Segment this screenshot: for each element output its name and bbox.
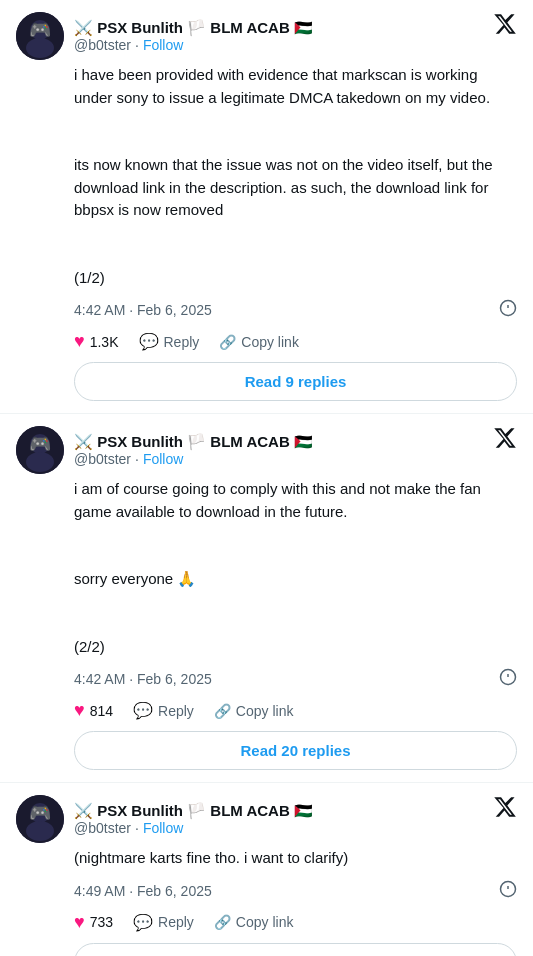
user-info: ⚔️ PSX Bunlith 🏳️ BLM ACAB 🇵🇸@b0tster·Fo…	[74, 19, 313, 53]
reply-action[interactable]: 💬Reply	[133, 701, 194, 720]
svg-text:🎮: 🎮	[29, 433, 52, 455]
reply-action[interactable]: 💬Reply	[139, 332, 200, 351]
tweet-header-left: 🎮 ⚔️ PSX Bunlith 🏳️ BLM ACAB 🇵🇸@b0tster·…	[16, 795, 313, 843]
info-icon[interactable]	[499, 668, 517, 690]
heart-icon: ♥	[74, 700, 85, 721]
tweet-actions: ♥814💬Reply🔗Copy link	[16, 700, 517, 721]
x-logo-icon[interactable]	[493, 795, 517, 819]
username-row: @b0tster·Follow	[74, 451, 313, 467]
link-icon: 🔗	[214, 914, 231, 930]
like-action[interactable]: ♥733	[74, 912, 113, 933]
svg-point-2	[26, 38, 54, 58]
avatar[interactable]: 🎮	[16, 426, 64, 474]
username-row: @b0tster·Follow	[74, 37, 313, 53]
info-icon[interactable]	[499, 299, 517, 321]
read-replies-button[interactable]: Read 1 reply	[74, 943, 517, 957]
display-name: ⚔️ PSX Bunlith 🏳️ BLM ACAB 🇵🇸	[74, 19, 313, 37]
heart-icon: ♥	[74, 331, 85, 352]
tweet-body: i am of course going to comply with this…	[16, 478, 517, 658]
like-count: 1.3K	[90, 334, 119, 350]
tweet-header: 🎮 ⚔️ PSX Bunlith 🏳️ BLM ACAB 🇵🇸@b0tster·…	[16, 12, 517, 60]
reply-icon: 💬	[133, 913, 153, 932]
display-name: ⚔️ PSX Bunlith 🏳️ BLM ACAB 🇵🇸	[74, 802, 313, 820]
svg-point-9	[26, 452, 54, 472]
tweet-2: 🎮 ⚔️ PSX Bunlith 🏳️ BLM ACAB 🇵🇸@b0tster·…	[0, 414, 533, 783]
reply-label: Reply	[158, 703, 194, 719]
tweet-body: (nightmare karts fine tho. i want to cla…	[16, 847, 517, 870]
avatar[interactable]: 🎮	[16, 795, 64, 843]
copy-link-action[interactable]: 🔗Copy link	[214, 914, 294, 930]
read-replies-button[interactable]: Read 9 replies	[74, 362, 517, 401]
tweet-meta: 4:49 AM · Feb 6, 2025	[16, 880, 517, 902]
tweet-actions: ♥733💬Reply🔗Copy link	[16, 912, 517, 933]
copy-link-label: Copy link	[236, 914, 294, 930]
link-icon: 🔗	[219, 334, 236, 350]
copy-link-label: Copy link	[236, 703, 294, 719]
tweet-3: 🎮 ⚔️ PSX Bunlith 🏳️ BLM ACAB 🇵🇸@b0tster·…	[0, 783, 533, 956]
reply-icon: 💬	[133, 701, 153, 720]
dot-separator: ·	[135, 451, 139, 467]
tweet-1: 🎮 ⚔️ PSX Bunlith 🏳️ BLM ACAB 🇵🇸@b0tster·…	[0, 0, 533, 414]
tweet-body: i have been provided with evidence that …	[16, 64, 517, 289]
like-count: 733	[90, 914, 113, 930]
follow-button[interactable]: Follow	[143, 37, 183, 53]
info-icon[interactable]	[499, 880, 517, 902]
avatar[interactable]: 🎮	[16, 12, 64, 60]
dot-separator: ·	[135, 820, 139, 836]
user-info: ⚔️ PSX Bunlith 🏳️ BLM ACAB 🇵🇸@b0tster·Fo…	[74, 802, 313, 836]
reply-label: Reply	[158, 914, 194, 930]
username-row: @b0tster·Follow	[74, 820, 313, 836]
username: @b0tster	[74, 451, 131, 467]
reply-label: Reply	[164, 334, 200, 350]
dot-separator: ·	[135, 37, 139, 53]
copy-link-label: Copy link	[241, 334, 299, 350]
copy-link-action[interactable]: 🔗Copy link	[219, 334, 299, 350]
follow-button[interactable]: Follow	[143, 451, 183, 467]
user-info: ⚔️ PSX Bunlith 🏳️ BLM ACAB 🇵🇸@b0tster·Fo…	[74, 433, 313, 467]
tweet-header-left: 🎮 ⚔️ PSX Bunlith 🏳️ BLM ACAB 🇵🇸@b0tster·…	[16, 426, 313, 474]
like-action[interactable]: ♥1.3K	[74, 331, 119, 352]
tweet-header-left: 🎮 ⚔️ PSX Bunlith 🏳️ BLM ACAB 🇵🇸@b0tster·…	[16, 12, 313, 60]
svg-text:🎮: 🎮	[29, 19, 52, 41]
follow-button[interactable]: Follow	[143, 820, 183, 836]
reply-action[interactable]: 💬Reply	[133, 913, 194, 932]
username: @b0tster	[74, 37, 131, 53]
tweet-timestamp: 4:49 AM · Feb 6, 2025	[74, 883, 212, 899]
x-logo-icon[interactable]	[493, 12, 517, 36]
copy-link-action[interactable]: 🔗Copy link	[214, 703, 294, 719]
tweet-actions: ♥1.3K💬Reply🔗Copy link	[16, 331, 517, 352]
read-replies-button[interactable]: Read 20 replies	[74, 731, 517, 770]
tweet-timestamp: 4:42 AM · Feb 6, 2025	[74, 671, 212, 687]
display-name: ⚔️ PSX Bunlith 🏳️ BLM ACAB 🇵🇸	[74, 433, 313, 451]
x-logo-icon[interactable]	[493, 426, 517, 450]
like-action[interactable]: ♥814	[74, 700, 113, 721]
reply-icon: 💬	[139, 332, 159, 351]
link-icon: 🔗	[214, 703, 231, 719]
like-count: 814	[90, 703, 113, 719]
tweet-header: 🎮 ⚔️ PSX Bunlith 🏳️ BLM ACAB 🇵🇸@b0tster·…	[16, 426, 517, 474]
heart-icon: ♥	[74, 912, 85, 933]
tweet-meta: 4:42 AM · Feb 6, 2025	[16, 668, 517, 690]
tweet-header: 🎮 ⚔️ PSX Bunlith 🏳️ BLM ACAB 🇵🇸@b0tster·…	[16, 795, 517, 843]
username: @b0tster	[74, 820, 131, 836]
svg-point-16	[26, 821, 54, 841]
tweet-meta: 4:42 AM · Feb 6, 2025	[16, 299, 517, 321]
tweet-timestamp: 4:42 AM · Feb 6, 2025	[74, 302, 212, 318]
svg-text:🎮: 🎮	[29, 802, 52, 824]
